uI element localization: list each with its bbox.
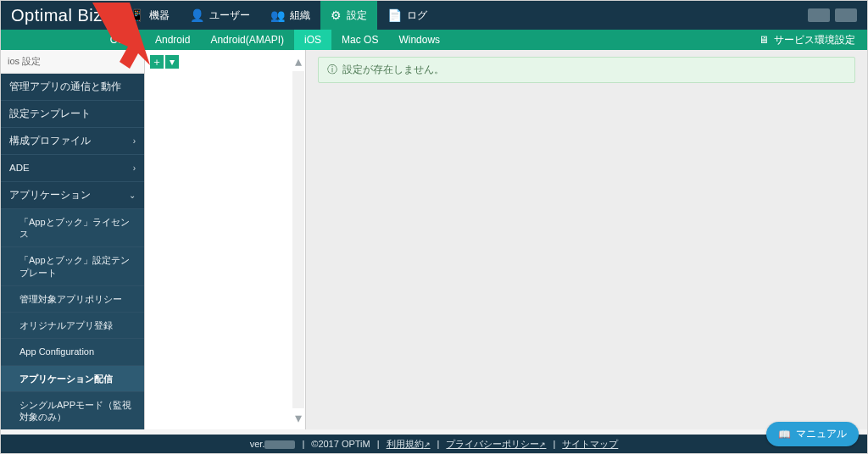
nav-item-label: 設定テンプレート <box>9 108 91 120</box>
side-nav: ios 設定 管理アプリの通信と動作設定テンプレート構成プロファイル›ADE›ア… <box>1 50 145 429</box>
nav-sub-item[interactable]: オリジナルアプリ登録 <box>1 313 144 338</box>
manual-button[interactable]: 📖 マニュアル <box>766 422 859 446</box>
nav-sub-item[interactable]: 「Appとブック」設定テンプレート <box>1 247 144 285</box>
nav-sub-item[interactable]: 「Appとブック」ライセンス <box>1 209 144 247</box>
os-tab-ios[interactable]: iOS <box>294 30 331 50</box>
brand: Optimal Biz <box>11 6 103 25</box>
footer-link-terms[interactable]: 利用規約↗ <box>387 438 431 451</box>
chevron-right-icon: › <box>133 163 136 174</box>
tab-label: ユーザー <box>209 8 250 23</box>
main-content: ⓘ 設定が存在しません。 <box>306 50 867 429</box>
tab-settings[interactable]: ⚙設定 <box>320 1 377 30</box>
footer-link-sitemap[interactable]: サイトマップ <box>562 438 618 451</box>
tab-orgs[interactable]: 👥組織 <box>260 1 320 30</box>
nav-item[interactable]: 管理アプリの通信と動作 <box>1 74 144 100</box>
tab-label: ログ <box>407 8 427 23</box>
tab-devices[interactable]: 📱機器 <box>120 1 180 30</box>
sub-left-label: OSを <box>1 33 145 47</box>
device-icon: 📱 <box>130 8 144 22</box>
nav-item-label: 管理アプリの通信と動作 <box>9 80 121 93</box>
header-chip[interactable] <box>808 8 830 22</box>
list-panel: ＋ ▾ ▴ ▾ <box>145 50 306 429</box>
footer-version: ver. <box>250 439 296 449</box>
tab-users[interactable]: 👤ユーザー <box>180 1 260 30</box>
tab-logs[interactable]: 📄ログ <box>377 1 437 30</box>
org-icon: 👥 <box>270 8 285 22</box>
user-icon: 👤 <box>190 8 204 22</box>
info-banner: ⓘ 設定が存在しません。 <box>318 57 855 83</box>
footer: ver. | ©2017 OPTiM | 利用規約↗ | プライバシーポリシー↗… <box>1 435 867 453</box>
tab-label: 組織 <box>290 8 310 23</box>
info-text: 設定が存在しません。 <box>342 63 444 77</box>
nav-item-label: 構成プロファイル <box>9 135 91 147</box>
tab-label: 機器 <box>149 8 170 23</box>
nav-sub-item[interactable]: App Configuration <box>1 339 144 364</box>
nav-sub-item[interactable]: シングルAPPモード（監視対象のみ） <box>1 392 144 429</box>
nav-sub-item[interactable]: アプリケーション配信 <box>1 366 144 391</box>
book-icon: 📖 <box>778 429 791 440</box>
list-scrollbar[interactable]: ▴ ▾ <box>292 53 305 426</box>
os-tab-android[interactable]: Android <box>145 30 200 50</box>
os-tab-android-amapi[interactable]: Android(AMAPI) <box>200 30 294 50</box>
scroll-up-icon: ▴ <box>295 53 302 69</box>
monitor-icon: 🖥 <box>759 34 769 46</box>
header-right <box>808 8 857 22</box>
os-tab-macos[interactable]: Mac OS <box>331 30 388 50</box>
add-dropdown[interactable]: ▾ <box>165 55 179 69</box>
gear-icon: ⚙ <box>331 8 342 22</box>
os-tab-windows[interactable]: Windows <box>388 30 450 50</box>
log-icon: 📄 <box>387 8 402 22</box>
nav-item[interactable]: アプリケーション⌄ <box>1 182 144 208</box>
nav-item[interactable]: ADE› <box>1 155 144 181</box>
info-icon: ⓘ <box>327 63 337 77</box>
nav-item[interactable]: 構成プロファイル› <box>1 128 144 154</box>
footer-copyright: ©2017 OPTiM <box>311 439 370 449</box>
scroll-track <box>292 71 304 408</box>
chevron-down-icon: ⌄ <box>129 190 136 201</box>
manual-label: マニュアル <box>796 427 847 441</box>
nav-item-label: ADE <box>9 162 30 174</box>
os-tabs: Android Android(AMAPI) iOS Mac OS Window… <box>145 30 450 50</box>
nav-item-label: アプリケーション <box>9 189 91 202</box>
service-env-settings[interactable]: 🖥 サービス環境設定 <box>759 33 867 47</box>
add-button[interactable]: ＋ <box>150 55 164 69</box>
nav-sub-item[interactable]: 管理対象アプリポリシー <box>1 286 144 312</box>
header-chip[interactable] <box>835 8 857 22</box>
nav-title: ios 設定 <box>1 50 144 74</box>
chevron-right-icon: › <box>133 136 136 147</box>
scroll-down-icon: ▾ <box>295 410 302 426</box>
primary-tabs: 📱機器 👤ユーザー 👥組織 ⚙設定 📄ログ <box>120 1 437 30</box>
footer-link-privacy[interactable]: プライバシーポリシー↗ <box>446 438 546 451</box>
service-env-label: サービス環境設定 <box>774 33 855 47</box>
nav-item[interactable]: 設定テンプレート <box>1 101 144 127</box>
tab-label: 設定 <box>347 8 367 23</box>
